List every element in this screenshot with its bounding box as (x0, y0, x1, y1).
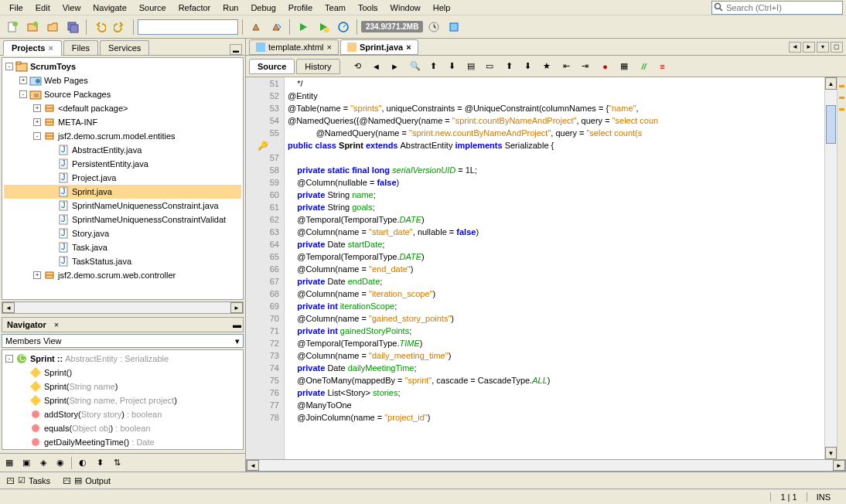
line-number[interactable]: 73 (246, 349, 279, 362)
tree-node[interactable]: -jsf2.demo.scrum.model.entities (4, 129, 241, 143)
tree-toggle[interactable]: - (33, 132, 41, 140)
code-line[interactable]: @Column(name = "daily_meeting_time") (288, 349, 824, 362)
tab-projects[interactable]: Projects× (3, 40, 62, 56)
v-scrollbar[interactable]: ▲ ▼ (824, 77, 837, 459)
line-number[interactable]: 72 (246, 337, 279, 349)
line-number[interactable]: 78 (246, 411, 279, 424)
line-number[interactable]: 58 (246, 164, 279, 176)
line-number[interactable]: 68 (246, 288, 279, 300)
memory-indicator[interactable]: 234.9/371.2MB (361, 21, 423, 32)
line-number[interactable]: 77 (246, 399, 279, 411)
nav-filter-3[interactable]: ◈ (36, 455, 51, 471)
tree-node[interactable]: JSprintNameUniquenessConstraintValidat (4, 213, 241, 226)
code-line[interactable]: private Date startDate; (288, 238, 824, 250)
nav-filter-2[interactable]: ▣ (19, 455, 34, 471)
nav-node[interactable]: -CSprint :: AbstractEntity : Serializabl… (4, 352, 241, 366)
tree-node[interactable]: JSprintNameUniquenessConstraint.java (4, 199, 241, 213)
save-all-button[interactable] (63, 18, 82, 36)
tree-node[interactable]: JPersistentEntity.java (4, 157, 241, 171)
code-line[interactable]: private Date dailyMeetingTime; (288, 362, 824, 374)
tab-output[interactable]: ⮹ ▤ Output (60, 474, 114, 487)
find-prev-button[interactable]: ⬆ (425, 59, 442, 74)
nav-filter-7[interactable]: ⇅ (109, 455, 125, 471)
tree-toggle[interactable] (47, 160, 55, 168)
menu-file[interactable]: File (3, 2, 29, 14)
code-content[interactable]: */@Entity@Table(name = "sprints", unique… (285, 77, 824, 459)
search-box[interactable] (711, 1, 843, 15)
menu-run[interactable]: Run (217, 2, 244, 14)
tree-toggle[interactable]: - (19, 90, 27, 98)
line-number[interactable]: 66 (246, 263, 279, 275)
tree-toggle[interactable] (47, 174, 55, 182)
nav-filter-4[interactable]: ◉ (53, 455, 68, 471)
code-line[interactable]: @NamedQueries({@NamedQuery(name = "sprin… (288, 114, 824, 127)
tree-toggle[interactable] (47, 257, 55, 265)
code-line[interactable]: @Entity (288, 90, 824, 102)
minimize-button[interactable]: ▬ (233, 320, 241, 329)
line-number[interactable]: 74 (246, 362, 279, 374)
line-number[interactable]: 70 (246, 312, 279, 325)
error-stripe[interactable] (837, 77, 846, 459)
scroll-left-button[interactable]: ◄ (2, 302, 15, 313)
code-line[interactable]: private List<Story> stories; (288, 387, 824, 399)
line-number[interactable]: 76 (246, 387, 279, 399)
tree-toggle[interactable] (19, 369, 27, 376)
nav-filter-5[interactable]: ◐ (75, 455, 90, 471)
code-line[interactable] (288, 152, 824, 164)
tree-toggle[interactable]: + (33, 104, 41, 112)
clean-build-button[interactable] (267, 18, 285, 36)
code-line[interactable]: @Temporal(TemporalType.DATE) (288, 250, 824, 263)
line-number[interactable]: 60 (246, 189, 279, 201)
back-button[interactable]: ◄ (368, 59, 385, 74)
tree-toggle[interactable] (19, 397, 27, 404)
code-line[interactable]: @Column(nullable = false) (288, 176, 824, 189)
tree-toggle[interactable]: - (5, 355, 13, 363)
code-line[interactable]: private String name; (288, 189, 824, 201)
run-button[interactable] (294, 18, 312, 36)
tab-list-button[interactable]: ▾ (817, 42, 829, 53)
nav-node[interactable]: getDailyMeetingTime() : Date (4, 435, 241, 449)
uncomment-button[interactable]: // (636, 59, 653, 74)
tree-toggle[interactable] (47, 243, 55, 251)
close-icon[interactable]: × (54, 320, 59, 329)
code-line[interactable]: @Temporal(TemporalType.TIME) (288, 337, 824, 349)
code-line[interactable]: */ (288, 77, 824, 90)
menu-profile[interactable]: Profile (282, 2, 319, 14)
code-line[interactable]: @OneToMany(mappedBy = "sprint", cascade … (288, 374, 824, 387)
comment-button[interactable]: ▦ (616, 59, 633, 74)
tree-node[interactable]: +Web Pages (4, 73, 241, 87)
menu-navigate[interactable]: Navigate (87, 2, 132, 14)
editor-h-scrollbar[interactable]: ◄ ► (246, 459, 846, 472)
editor-tab-template[interactable]: template.xhtml × (249, 39, 339, 55)
nav-node[interactable]: Sprint(String name) (4, 380, 241, 393)
forward-button[interactable]: ► (387, 59, 404, 74)
menu-debug[interactable]: Debug (244, 2, 281, 14)
next-bookmark-button[interactable]: ⬇ (520, 59, 537, 74)
nav-filter-1[interactable]: ▦ (2, 455, 17, 471)
code-line[interactable]: @Column(name = "gained_story_points") (288, 312, 824, 325)
tab-prev-button[interactable]: ◄ (789, 42, 801, 53)
macro-rec-button[interactable]: ● (597, 59, 614, 74)
scroll-left-button[interactable]: ◄ (247, 460, 259, 471)
line-number[interactable]: 69 (246, 300, 279, 312)
tab-files[interactable]: Files (63, 40, 98, 55)
nav-node[interactable]: Sprint(String name, Project project) (4, 393, 241, 407)
find-next-button[interactable]: ⬇ (444, 59, 461, 74)
line-number[interactable]: 🔑 (246, 139, 279, 152)
line-number[interactable]: 57 (246, 152, 279, 164)
shift-left-button[interactable]: ⇤ (558, 59, 575, 74)
tree-toggle[interactable]: + (33, 118, 41, 126)
nav-filter-6[interactable]: ⬍ (92, 455, 107, 471)
menu-help[interactable]: Help (427, 2, 457, 14)
tree-node[interactable]: JTask.java (4, 240, 241, 254)
open-button[interactable] (43, 18, 62, 36)
tree-node[interactable]: JStory.java (4, 226, 241, 240)
scroll-up-button[interactable]: ▲ (825, 77, 837, 90)
minimize-button[interactable]: ▬ (230, 44, 242, 55)
undo-button[interactable] (90, 18, 109, 36)
source-mode-button[interactable]: Source (249, 59, 295, 74)
line-number[interactable]: 63 (246, 226, 279, 238)
close-icon[interactable]: × (327, 43, 332, 52)
tree-toggle[interactable] (19, 383, 27, 390)
line-number[interactable]: 75 (246, 374, 279, 387)
